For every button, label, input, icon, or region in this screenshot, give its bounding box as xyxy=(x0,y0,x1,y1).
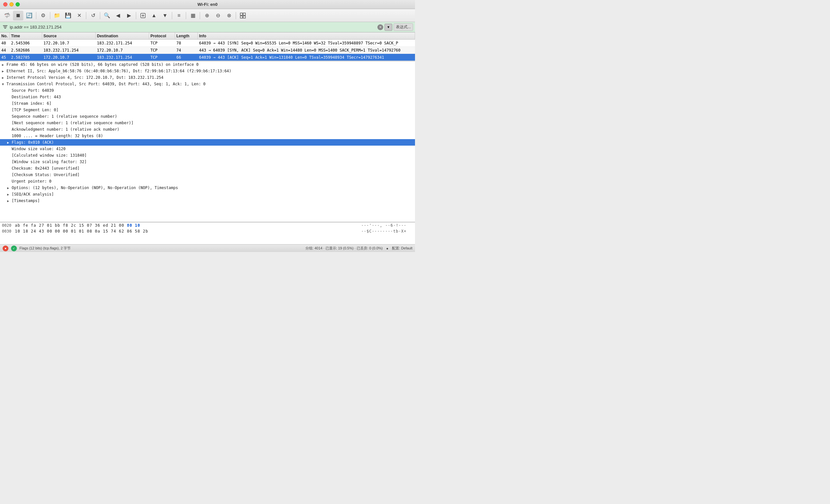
detail-row[interactable]: [Next sequence number: 1 (relative seque… xyxy=(0,120,415,126)
zoomout-button[interactable]: ⊖ xyxy=(213,11,223,21)
close-window-button[interactable] xyxy=(3,2,7,6)
cell-len: 74 xyxy=(175,48,198,53)
mark-button[interactable]: ≡ xyxy=(174,11,184,21)
hex-bytes: 10 18 24 43 00 00 00 01 01 08 0a 15 74 6… xyxy=(15,229,361,233)
detail-text: [Calculated window size: 131840] xyxy=(12,153,413,158)
detail-text: [TCP Segment Len: 0] xyxy=(12,108,413,112)
capture-status-icon: ● xyxy=(3,246,8,251)
hex-pane: 0020 ab fe fa 27 01 bb f8 2c 15 07 36 ed… xyxy=(0,222,415,244)
go-to-button[interactable] xyxy=(138,11,148,21)
filter-icon xyxy=(2,24,8,30)
zoom100-button[interactable]: ⊗ xyxy=(224,11,234,21)
detail-text: Acknowledgment number: 1 (relative ack n… xyxy=(12,127,413,132)
detail-row[interactable]: Destination Port: 443 xyxy=(0,94,415,100)
packet-list-header: No. Time Source Destination Protocol Len… xyxy=(0,32,415,39)
svg-rect-8 xyxy=(4,27,7,27)
prefs-button[interactable]: ⚙ xyxy=(38,11,48,21)
back-button[interactable]: ◀ xyxy=(113,11,123,21)
detail-row[interactable]: ▶[Timestamps] xyxy=(0,197,415,204)
cell-dst: 172.20.10.7 xyxy=(96,48,149,53)
detail-text: 1000 .... = Header Length: 32 bytes (8) xyxy=(12,134,413,138)
graph-button[interactable] xyxy=(238,11,248,21)
detail-text: [Timestamps] xyxy=(12,198,413,203)
open-button[interactable]: 📁 xyxy=(52,11,62,21)
col-source: Source xyxy=(42,32,96,39)
detail-row[interactable]: Urgent pointer: 0 xyxy=(0,178,415,185)
cell-proto: TCP xyxy=(149,55,175,60)
cell-src: 172.20.10.7 xyxy=(42,41,96,45)
zoomin-button[interactable]: ⊕ xyxy=(202,11,212,21)
cell-no: 40 xyxy=(0,41,10,45)
toolbar-sep-6 xyxy=(172,12,172,19)
detail-row[interactable]: ▶Internet Protocol Version 4, Src: 172.2… xyxy=(0,74,415,81)
toolbar-sep-8 xyxy=(200,12,200,19)
expand-icon[interactable]: ▼ xyxy=(2,83,6,86)
expand-icon[interactable]: ▶ xyxy=(2,63,6,66)
toolbar-sep-4 xyxy=(100,12,100,19)
expand-icon[interactable]: ▶ xyxy=(7,186,12,190)
detail-row[interactable]: Window size value: 4120 xyxy=(0,146,415,152)
cell-time: 2.545306 xyxy=(10,41,42,45)
statusbar: ● ✓ Flags (12 bits) (tcp.flags), 2 字节 分组… xyxy=(0,244,415,252)
detail-row[interactable]: Acknowledgment number: 1 (relative ack n… xyxy=(0,126,415,133)
toolbar-sep-1 xyxy=(36,12,36,19)
forward-button[interactable]: ▶ xyxy=(124,11,134,21)
table-row[interactable]: 44 2.582686 183.232.171.254 172.20.10.7 … xyxy=(0,47,415,54)
table-row[interactable]: 45 2.582785 172.20.10.7 183.232.171.254 … xyxy=(0,54,415,61)
expand-icon[interactable]: ▶ xyxy=(2,76,6,80)
scroll-down-button[interactable]: ▼ xyxy=(160,11,170,21)
layout-button[interactable]: ▦ xyxy=(188,11,198,21)
hex-offset: 0020 xyxy=(2,223,15,228)
find-button[interactable]: 🔍 xyxy=(102,11,112,21)
col-no: No. xyxy=(0,32,10,39)
filter-dropdown-button[interactable]: ▼ xyxy=(385,24,392,31)
detail-row[interactable]: [TCP Segment Len: 0] xyxy=(0,107,415,113)
cell-dst: 183.232.171.254 xyxy=(96,55,149,60)
titlebar: Wi-Fi: en0 xyxy=(0,0,415,9)
close-file-button[interactable]: ✕ xyxy=(74,11,84,21)
expand-icon[interactable]: ▶ xyxy=(7,199,12,203)
svg-rect-7 xyxy=(3,25,7,26)
table-row[interactable]: 40 2.545306 172.20.10.7 183.232.171.254 … xyxy=(0,39,415,47)
packet-list: No. Time Source Destination Protocol Len… xyxy=(0,32,415,61)
detail-row[interactable]: ▶Ethernet II, Src: Apple_b6:58:76 (6c:40… xyxy=(0,68,415,74)
detail-pane[interactable]: ▶Frame 45: 66 bytes on wire (528 bits), … xyxy=(0,61,415,222)
minimize-window-button[interactable] xyxy=(9,2,13,6)
expression-button[interactable]: 表达式... xyxy=(393,23,413,31)
detail-row[interactable]: ▶Flags: 0x010 (ACK) xyxy=(0,139,415,146)
save-button[interactable]: 💾 xyxy=(63,11,73,21)
toolbar-sep-3 xyxy=(86,12,86,19)
detail-row[interactable]: ▶[SEQ/ACK analysis] xyxy=(0,191,415,197)
svg-rect-3 xyxy=(240,13,243,15)
detail-row[interactable]: 1000 .... = Header Length: 32 bytes (8) xyxy=(0,133,415,139)
filter-input[interactable] xyxy=(10,25,376,30)
toolbar-sep-2 xyxy=(50,12,50,19)
expand-icon[interactable]: ▶ xyxy=(7,193,12,196)
restart-button[interactable]: 🔄 xyxy=(24,11,34,21)
detail-row[interactable]: Sequence number: 1 (relative sequence nu… xyxy=(0,113,415,120)
expand-icon[interactable]: ▶ xyxy=(2,69,6,73)
maximize-window-button[interactable] xyxy=(15,2,20,6)
detail-row[interactable]: ▶Frame 45: 66 bytes on wire (528 bits), … xyxy=(0,61,415,68)
detail-row[interactable]: ▼Transmission Control Protocol, Src Port… xyxy=(0,81,415,87)
sharkfin-button[interactable]: 🦈 xyxy=(2,11,12,21)
filterbar: ✕ ▼ 表达式... xyxy=(0,22,415,32)
scroll-up-button[interactable]: ▲ xyxy=(149,11,159,21)
graph-icon xyxy=(240,13,246,19)
traffic-lights xyxy=(3,2,20,6)
detail-row[interactable]: [Window size scaling factor: 32] xyxy=(0,159,415,165)
detail-row[interactable]: Checksum: 0x2443 [unverified] xyxy=(0,165,415,171)
detail-text: [Next sequence number: 1 (relative seque… xyxy=(12,121,413,125)
stop-button[interactable]: ⏹ xyxy=(13,11,23,21)
detail-row[interactable]: [Checksum Status: Unverified] xyxy=(0,171,415,178)
reload-button[interactable]: ↺ xyxy=(88,11,98,21)
svg-rect-4 xyxy=(243,13,246,15)
detail-text: Frame 45: 66 bytes on wire (528 bits), 6… xyxy=(6,62,413,67)
cell-info: 64039 → 443 [ACK] Seq=1 Ack=1 Win=131840… xyxy=(198,55,415,60)
expand-icon[interactable]: ▶ xyxy=(7,141,12,144)
detail-row[interactable]: [Calculated window size: 131840] xyxy=(0,152,415,159)
detail-row[interactable]: ▶Options: (12 bytes), No-Operation (NOP)… xyxy=(0,185,415,191)
filter-clear-button[interactable]: ✕ xyxy=(377,24,383,30)
detail-row[interactable]: [Stream index: 6] xyxy=(0,100,415,107)
detail-row[interactable]: Source Port: 64039 xyxy=(0,87,415,94)
